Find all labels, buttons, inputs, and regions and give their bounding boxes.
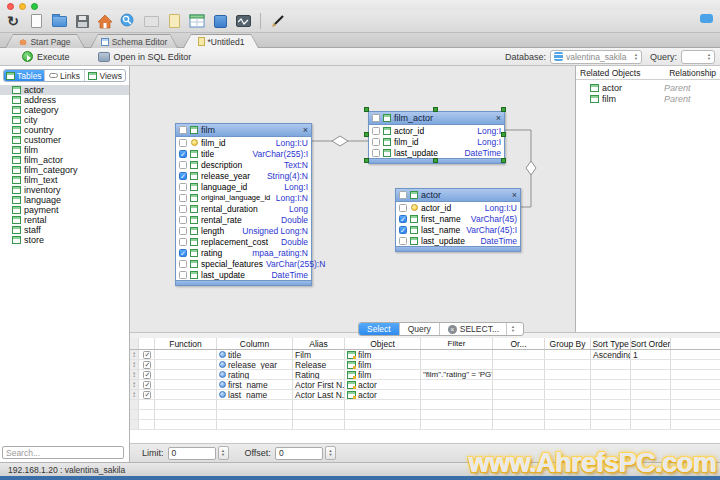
- report-icon[interactable]: [165, 12, 183, 30]
- column-cell[interactable]: rating: [217, 370, 293, 379]
- chevron-updown-icon[interactable]: ▲▼: [506, 323, 515, 335]
- sidebar-tab-views[interactable]: Views: [85, 70, 125, 81]
- field-checkbox[interactable]: [399, 237, 407, 245]
- column-header-alias[interactable]: Alias: [293, 338, 345, 349]
- table-checkbox[interactable]: [179, 126, 187, 134]
- sidebar-item-category[interactable]: category: [0, 105, 129, 115]
- sort-order-cell[interactable]: [631, 380, 671, 389]
- selection-handle[interactable]: [364, 158, 369, 163]
- row-drag-handle[interactable]: ↕: [130, 370, 139, 379]
- object-cell[interactable]: film: [345, 350, 421, 359]
- sidebar-tab-tables[interactable]: Tables: [4, 70, 45, 81]
- function-cell[interactable]: [155, 370, 217, 379]
- field-checkbox[interactable]: [179, 150, 187, 158]
- field-checkbox[interactable]: [372, 138, 380, 146]
- tab-query[interactable]: Query: [400, 323, 440, 335]
- filter-cell[interactable]: [421, 350, 493, 359]
- sort-order-cell[interactable]: [631, 390, 671, 399]
- query-dropdown[interactable]: ▲▼: [681, 50, 715, 64]
- table-checkbox[interactable]: [372, 114, 380, 122]
- sidebar-item-customer[interactable]: customer: [0, 135, 129, 145]
- related-object-film[interactable]: film Parent: [576, 93, 720, 104]
- column-cell[interactable]: first_name: [217, 380, 293, 389]
- column-cell[interactable]: last_name: [217, 390, 293, 399]
- column-cell[interactable]: title: [217, 350, 293, 359]
- column-header-filter[interactable]: Filter: [421, 338, 493, 349]
- field-checkbox[interactable]: [179, 139, 187, 147]
- group-by-cell[interactable]: [545, 390, 591, 399]
- save-icon[interactable]: [73, 12, 91, 30]
- sidebar-item-actor[interactable]: actor: [0, 85, 129, 95]
- sidebar-item-film_actor[interactable]: film_actor: [0, 155, 129, 165]
- function-cell[interactable]: [155, 350, 217, 359]
- filter-cell[interactable]: [421, 360, 493, 369]
- column-header-sort-type[interactable]: Sort Type: [591, 338, 631, 349]
- row-checkbox[interactable]: [143, 361, 151, 369]
- refresh-icon[interactable]: ↻: [4, 12, 22, 30]
- object-cell[interactable]: actor: [345, 390, 421, 399]
- alias-cell[interactable]: Release: [293, 360, 345, 369]
- object-cell[interactable]: actor: [345, 380, 421, 389]
- diagram-table-actor[interactable]: actor × actor_idLong:I:U first_nameVarCh…: [395, 188, 521, 252]
- home-icon[interactable]: [96, 12, 114, 30]
- selection-handle[interactable]: [433, 158, 438, 163]
- or-cell[interactable]: [493, 360, 545, 369]
- minimize-window-button[interactable]: [19, 3, 26, 10]
- sidebar-item-payment[interactable]: payment: [0, 205, 129, 215]
- tab-schema-editor[interactable]: Schema Editor: [90, 34, 178, 48]
- function-cell[interactable]: [155, 390, 217, 399]
- column-header-or[interactable]: Or...: [493, 338, 545, 349]
- filter-cell[interactable]: [421, 390, 493, 399]
- diagram-canvas[interactable]: film × film_idLong:I:U titleVarChar(255)…: [130, 66, 575, 332]
- function-cell[interactable]: [155, 360, 217, 369]
- field-checkbox[interactable]: [179, 249, 187, 257]
- group-by-cell[interactable]: [545, 360, 591, 369]
- row-drag-handle[interactable]: ↕: [130, 390, 139, 399]
- close-icon[interactable]: ×: [512, 191, 517, 200]
- object-cell[interactable]: film: [345, 360, 421, 369]
- or-cell[interactable]: [493, 380, 545, 389]
- sidebar-item-film_category[interactable]: film_category: [0, 165, 129, 175]
- field-checkbox[interactable]: [179, 238, 187, 246]
- sort-order-cell[interactable]: [631, 360, 671, 369]
- table-resize-strip[interactable]: [396, 246, 520, 251]
- filter-cell[interactable]: [421, 380, 493, 389]
- related-object-actor[interactable]: actor Parent: [576, 82, 720, 93]
- new-document-icon[interactable]: [27, 12, 45, 30]
- row-drag-handle[interactable]: ↕: [130, 380, 139, 389]
- sort-order-cell[interactable]: 1: [631, 350, 671, 359]
- field-checkbox[interactable]: [179, 172, 187, 180]
- or-cell[interactable]: [493, 370, 545, 379]
- sidebar-item-film_text[interactable]: film_text: [0, 175, 129, 185]
- column-header-sort-order[interactable]: Sort Order: [631, 338, 671, 349]
- selection-handle[interactable]: [501, 158, 506, 163]
- or-cell[interactable]: [493, 390, 545, 399]
- table-header[interactable]: film ×: [176, 124, 311, 137]
- limit-input[interactable]: 0: [168, 447, 216, 460]
- sort-type-cell[interactable]: Ascending: [591, 350, 631, 359]
- column-header-group-by[interactable]: Group By: [545, 338, 591, 349]
- row-drag-handle[interactable]: ↕: [130, 350, 139, 359]
- close-icon[interactable]: ×: [496, 114, 501, 123]
- field-checkbox[interactable]: [179, 271, 187, 279]
- alias-cell[interactable]: Actor First N...: [293, 380, 345, 389]
- field-checkbox[interactable]: [399, 215, 407, 223]
- selection-handle[interactable]: [364, 132, 369, 137]
- field-checkbox[interactable]: [179, 194, 187, 202]
- offset-input[interactable]: 0: [275, 447, 323, 460]
- field-checkbox[interactable]: [179, 216, 187, 224]
- sort-order-cell[interactable]: [631, 370, 671, 379]
- field-checkbox[interactable]: [179, 205, 187, 213]
- execute-button[interactable]: Execute: [22, 51, 70, 62]
- row-drag-handle[interactable]: ↕: [130, 360, 139, 369]
- table-checkbox[interactable]: [399, 191, 407, 199]
- sort-type-cell[interactable]: [591, 370, 631, 379]
- selection-handle[interactable]: [433, 107, 438, 112]
- or-cell[interactable]: [493, 350, 545, 359]
- sidebar-item-staff[interactable]: staff: [0, 225, 129, 235]
- sidebar-item-city[interactable]: city: [0, 115, 129, 125]
- selection-handle[interactable]: [364, 107, 369, 112]
- sql-console-icon[interactable]: [234, 12, 252, 30]
- column-header-function[interactable]: Function: [155, 338, 217, 349]
- sidebar-item-address[interactable]: address: [0, 95, 129, 105]
